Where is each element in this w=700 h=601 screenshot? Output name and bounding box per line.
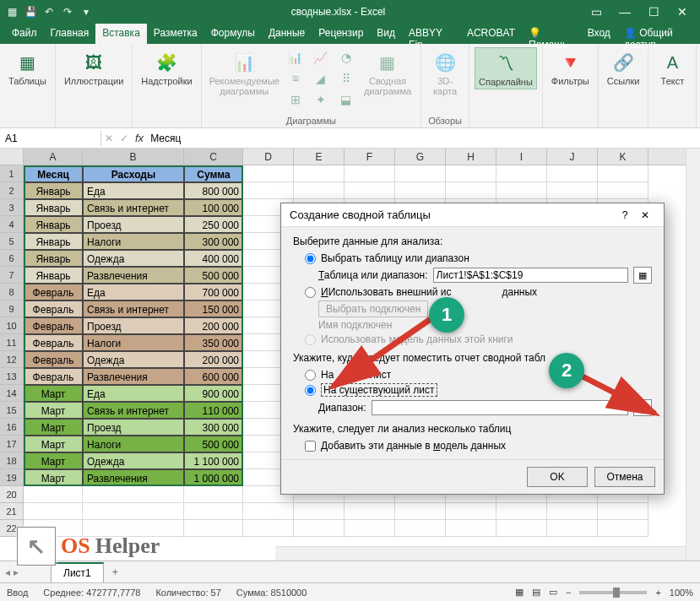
cell[interactable]: 350 000	[184, 334, 243, 351]
cell[interactable]	[294, 165, 345, 182]
cell[interactable]	[547, 520, 598, 537]
view-normal-icon[interactable]: ▦	[515, 587, 524, 598]
cell[interactable]: 110 000	[184, 402, 243, 419]
tab-review[interactable]: Рецензир	[312, 24, 370, 44]
cell[interactable]: Развлечения	[83, 368, 184, 385]
addins-button[interactable]: 🧩Надстройки	[138, 47, 195, 88]
tell-me[interactable]: 💡 Помощь	[522, 24, 581, 44]
row-header[interactable]: 11	[0, 334, 24, 351]
cell[interactable]	[446, 520, 497, 537]
cancel-button[interactable]: Отмена	[594, 467, 655, 487]
cell[interactable]: 200 000	[184, 317, 243, 334]
cell[interactable]: Март	[24, 469, 83, 486]
cell[interactable]	[598, 503, 648, 520]
name-box[interactable]: A1	[0, 131, 101, 146]
row-header[interactable]: 21	[0, 503, 24, 520]
cell[interactable]: Одежда	[83, 351, 184, 368]
cell[interactable]: Связь и интернет	[83, 300, 184, 317]
cell[interactable]	[184, 503, 243, 520]
tab-acrobat[interactable]: ACROBAT	[460, 24, 522, 44]
cell[interactable]: Расходы	[83, 165, 184, 182]
cell[interactable]: Одежда	[83, 452, 184, 469]
cell[interactable]	[446, 182, 497, 199]
cell[interactable]: Март	[24, 436, 83, 452]
zoom-in-icon[interactable]: +	[655, 587, 660, 598]
recommended-charts-button[interactable]: 📊Рекомендуемые диаграммы	[207, 47, 282, 98]
row-header[interactable]: 20	[0, 486, 24, 503]
cell[interactable]: 300 000	[184, 233, 243, 250]
cell[interactable]	[497, 182, 547, 199]
cell[interactable]	[395, 182, 446, 199]
cell[interactable]: Еда	[83, 284, 184, 300]
cell[interactable]: Февраль	[24, 317, 83, 334]
cell[interactable]	[497, 165, 547, 182]
cell[interactable]	[184, 486, 243, 503]
cell[interactable]	[243, 182, 294, 199]
cell[interactable]: 400 000	[184, 250, 243, 267]
tab-insert[interactable]: Вставка	[95, 24, 147, 44]
row-header[interactable]: 12	[0, 351, 24, 368]
cell[interactable]	[243, 503, 294, 520]
cell[interactable]	[83, 503, 184, 520]
pivot-chart-button[interactable]: ▦Сводная диаграмма	[360, 47, 415, 98]
cell[interactable]	[598, 182, 648, 199]
cell[interactable]: 900 000	[184, 385, 243, 402]
signin[interactable]: Вход	[581, 24, 617, 44]
col-header[interactable]: B	[83, 149, 184, 165]
row-header[interactable]: 4	[0, 216, 24, 233]
cell[interactable]: Январь	[24, 267, 83, 284]
chart-area-icon[interactable]: ◢	[309, 68, 333, 89]
cell[interactable]	[345, 165, 395, 182]
tab-layout[interactable]: Разметка	[147, 24, 204, 44]
tab-data[interactable]: Данные	[262, 24, 312, 44]
col-header[interactable]: I	[497, 149, 547, 165]
cell[interactable]	[345, 182, 395, 199]
cell[interactable]	[395, 520, 446, 537]
checkbox-add-to-model[interactable]	[305, 441, 316, 452]
zoom-out-icon[interactable]: −	[566, 587, 571, 598]
cell[interactable]	[446, 165, 497, 182]
chart-line-icon[interactable]: 📈	[309, 47, 333, 68]
cell[interactable]: 500 000	[184, 267, 243, 284]
share[interactable]: 👤 Общий доступ	[617, 24, 700, 44]
fx-icon[interactable]: fx	[135, 132, 144, 144]
col-header[interactable]: K	[598, 149, 648, 165]
3d-map-button[interactable]: 🌐3D-карта	[426, 47, 464, 98]
cell[interactable]	[345, 520, 395, 537]
cell[interactable]	[547, 182, 598, 199]
cell[interactable]	[497, 520, 547, 537]
cell[interactable]: Январь	[24, 233, 83, 250]
minimize-icon[interactable]: —	[612, 5, 638, 19]
cell[interactable]: Связь и интернет	[83, 402, 184, 419]
collapse-source-icon[interactable]: ▦	[633, 267, 652, 284]
select-all-triangle[interactable]	[0, 149, 24, 165]
cell[interactable]: Март	[24, 419, 83, 436]
cell[interactable]	[243, 165, 294, 182]
col-header[interactable]: E	[294, 149, 345, 165]
chart-scatter-icon[interactable]: ⠿	[334, 68, 358, 89]
cell[interactable]: 200 000	[184, 351, 243, 368]
ok-button[interactable]: OK	[527, 467, 588, 487]
zoom-slider[interactable]	[579, 591, 647, 594]
cell[interactable]: Январь	[24, 199, 83, 216]
cell[interactable]	[294, 503, 345, 520]
cell[interactable]: Январь	[24, 182, 83, 199]
cell[interactable]: Еда	[83, 182, 184, 199]
col-header[interactable]: C	[184, 149, 243, 165]
cell[interactable]: Связь и интернет	[83, 199, 184, 216]
row-header[interactable]: 6	[0, 250, 24, 267]
cell[interactable]: Одежда	[83, 250, 184, 267]
row-header[interactable]: 2	[0, 182, 24, 199]
sheet-nav-next-icon[interactable]: ▸	[14, 566, 19, 578]
accept-entry-icon[interactable]: ✓	[120, 133, 128, 144]
cell[interactable]: Месяц	[24, 165, 83, 182]
source-range-input[interactable]	[433, 268, 628, 283]
col-header[interactable]: D	[243, 149, 294, 165]
cell[interactable]: Развлечения	[83, 469, 184, 486]
row-header[interactable]: 7	[0, 267, 24, 284]
formula-bar[interactable]: Месяц	[150, 133, 181, 144]
cell[interactable]	[395, 165, 446, 182]
col-header[interactable]: H	[446, 149, 497, 165]
undo-icon[interactable]: ↶	[42, 6, 56, 18]
cell[interactable]	[24, 486, 83, 503]
